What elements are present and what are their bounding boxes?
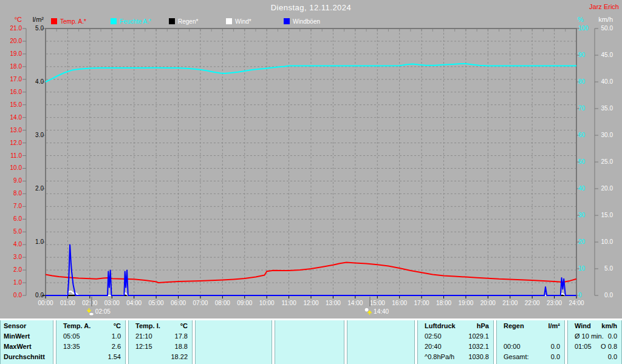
table-cell-row: 12:1518.8	[129, 342, 192, 352]
x-axis-label: 00:00	[33, 300, 58, 306]
table-col-header	[275, 321, 344, 331]
x-axis-label: 02:00	[78, 300, 102, 306]
temp-axis-tick-label: 16.0	[1, 89, 22, 96]
marker-time-label: 02:05	[95, 308, 111, 315]
wind-axis-tick-label: 25.0	[598, 158, 613, 166]
table-col-header	[196, 321, 272, 331]
temp-axis-tick-label: 4.0	[1, 241, 22, 248]
x-axis-label: 17:00	[409, 300, 434, 306]
chart-plot-area[interactable]	[46, 29, 576, 295]
temp-axis-tick-label: 13.0	[1, 127, 22, 134]
wind-axis-tick-label: 45.0	[598, 52, 613, 59]
wind-axis-tick-label: 5.0	[598, 265, 613, 272]
rain-axis-tick-label: 1.0	[24, 238, 44, 246]
table-col-luftdruck: LuftdruckhPa02:501029.120:401032.1^0.8hP…	[417, 320, 494, 364]
table-cell-row: 20:401032.1	[418, 342, 493, 352]
temp-axis-tick-label: 11.0	[1, 152, 22, 160]
temp-axis-tick-label: 21.0	[1, 25, 22, 32]
table-cell-row: 18.22	[129, 352, 192, 362]
x-axis-label: 11:00	[277, 300, 301, 306]
x-axis-label: 21:00	[498, 300, 522, 306]
temp-axis-tick-label: 14.0	[1, 114, 22, 121]
humidity-axis-tick-label: 70	[578, 105, 585, 112]
table-cell-row: 00:000.0	[497, 342, 564, 352]
humidity-axis-tick-label: 60	[578, 132, 585, 139]
humidity-axis-tick-label: 100	[578, 25, 589, 32]
rain-axis-tick-label: 2.0	[24, 185, 44, 192]
wind-axis-tick-label: 15.0	[598, 212, 613, 219]
table-cell-row: Ø 10 min.0.0	[568, 331, 621, 342]
table-col-empty-2	[195, 320, 272, 364]
temp-axis-tick-label: 10.0	[1, 164, 22, 172]
wind-axis-tick-label: 35.0	[598, 105, 613, 112]
marker-time-label: 14:40	[374, 308, 389, 315]
humidity-axis-tick-label: 0	[578, 292, 582, 299]
table-row-labels: SensorMinWertMaxWertDurchschnitt	[0, 320, 53, 364]
humidity-axis-tick-label: 20	[578, 238, 585, 246]
humidity-axis-tick-label: 40	[578, 185, 585, 192]
table-cell-row	[275, 342, 344, 352]
chart-canvas	[0, 0, 622, 318]
x-axis-labels: 00:0001:0002:0003:0004:0005:0006:0007:00…	[0, 300, 622, 307]
table-cell-row: ^0.8hPa/h1030.8	[418, 352, 493, 362]
table-cell-row: Gesamt:0.0	[497, 352, 564, 362]
x-axis-label: 06:00	[166, 300, 191, 306]
temp-axis-tick-label: 7.0	[1, 203, 22, 210]
humidity-axis-tick-label: 80	[578, 78, 585, 86]
humidity-axis-tick-label: 10	[578, 265, 585, 272]
temp-axis-tick-label: 0.0	[1, 292, 22, 299]
table-cell-row	[275, 331, 344, 342]
x-axis-label: 04:00	[122, 300, 146, 306]
marker-tick	[91, 297, 92, 306]
x-axis-label: 24:00	[564, 300, 589, 306]
table-cell-row: 21:1017.8	[129, 331, 192, 342]
summary-table: SensorMinWertMaxWertDurchschnittTemp. A.…	[0, 318, 622, 364]
table-col-header: Regenl/m²	[497, 321, 564, 331]
moon-rise-icon	[364, 308, 372, 315]
marker-02-05: 02:05	[86, 307, 111, 315]
temp-axis-tick-label: 8.0	[1, 190, 22, 197]
table-cell-row: 1.54	[56, 352, 125, 362]
wind-axis-tick-label: 30.0	[598, 132, 613, 139]
table-row-label: MaxWert	[1, 342, 53, 352]
table-col-header: Windkm/h	[568, 321, 621, 331]
x-axis-label: 19:00	[454, 300, 478, 306]
rain-axis-tick-label: 5.0	[24, 25, 44, 32]
wind-axis-tick-label: 0.0	[598, 292, 613, 299]
x-axis-label: 14:00	[343, 300, 367, 306]
x-axis-label: 18:00	[432, 300, 456, 306]
x-axis-label: 20:00	[476, 300, 500, 306]
temp-axis-tick-label: 18.0	[1, 63, 22, 70]
x-axis-label: 05:00	[144, 300, 168, 306]
wind-axis-tick-label: 40.0	[598, 78, 613, 86]
x-axis-label: 13:00	[321, 300, 345, 306]
table-cell-row	[347, 331, 414, 342]
x-axis-label: 08:00	[210, 300, 234, 306]
temp-axis-tick-label: 5.0	[1, 228, 22, 235]
table-col-header	[347, 321, 414, 331]
moon-set-icon	[86, 308, 94, 315]
temp-axis-tick-label: 17.0	[1, 76, 22, 83]
table-col-header: LuftdruckhPa	[418, 321, 493, 331]
x-axis-label: 09:00	[233, 300, 257, 306]
table-col-empty-3	[275, 320, 344, 364]
wind-axis-tick-label: 20.0	[598, 185, 613, 192]
temp-axis-tick-label: 20.0	[1, 38, 22, 45]
x-axis-label: 16:00	[388, 300, 412, 306]
table-col-wind: Windkm/hØ 10 min.0.001:05O 0.80.0	[567, 320, 622, 364]
table-cell-row	[196, 352, 272, 362]
x-axis-label: 01:00	[55, 300, 80, 306]
x-axis-label: 12:00	[299, 300, 323, 306]
rain-axis-tick-label: 4.0	[24, 78, 44, 86]
table-col-temp-a: Temp. A.°C05:051.013:352.61.54	[56, 320, 126, 364]
table-cell-row	[497, 331, 564, 342]
table-cell-row	[196, 331, 272, 342]
table-cell-row: 13:352.6	[56, 342, 125, 352]
x-axis-label: 23:00	[542, 300, 567, 306]
table-col-empty-4	[347, 320, 415, 364]
temp-axis-tick-label: 12.0	[1, 140, 22, 147]
table-row-label: MinWert	[1, 331, 53, 342]
marker-14-40: 14:40	[364, 307, 389, 315]
table-col-header: Temp. I.°C	[129, 321, 192, 331]
x-axis-label: 22:00	[520, 300, 544, 306]
